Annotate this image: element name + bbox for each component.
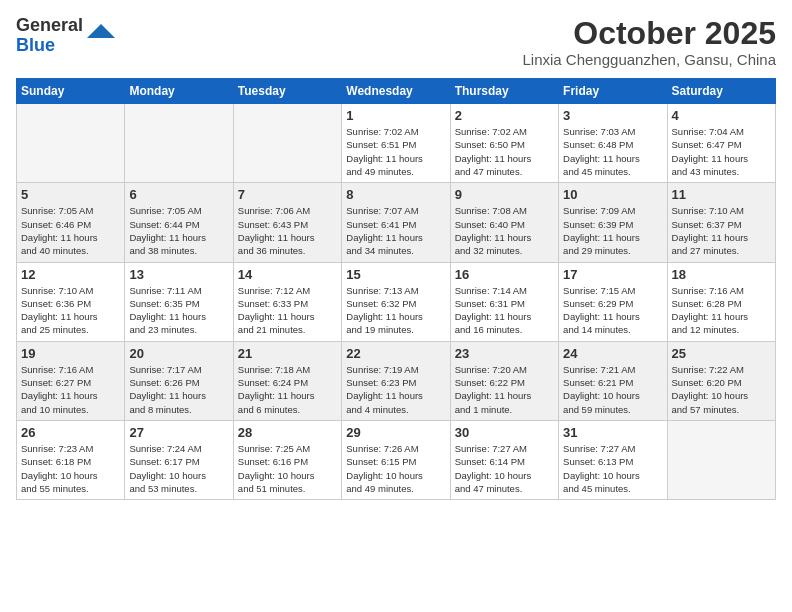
day-number: 18 <box>672 267 771 282</box>
calendar-cell: 7Sunrise: 7:06 AM Sunset: 6:43 PM Daylig… <box>233 183 341 262</box>
day-info: Sunrise: 7:11 AM Sunset: 6:35 PM Dayligh… <box>129 284 228 337</box>
calendar-cell: 14Sunrise: 7:12 AM Sunset: 6:33 PM Dayli… <box>233 262 341 341</box>
location: Linxia Chengguanzhen, Gansu, China <box>522 51 776 68</box>
day-number: 16 <box>455 267 554 282</box>
calendar-cell <box>667 420 775 499</box>
day-number: 26 <box>21 425 120 440</box>
calendar-week-row: 26Sunrise: 7:23 AM Sunset: 6:18 PM Dayli… <box>17 420 776 499</box>
day-info: Sunrise: 7:13 AM Sunset: 6:32 PM Dayligh… <box>346 284 445 337</box>
day-info: Sunrise: 7:05 AM Sunset: 6:44 PM Dayligh… <box>129 204 228 257</box>
day-number: 3 <box>563 108 662 123</box>
day-info: Sunrise: 7:08 AM Sunset: 6:40 PM Dayligh… <box>455 204 554 257</box>
weekday-header: Thursday <box>450 79 558 104</box>
day-info: Sunrise: 7:04 AM Sunset: 6:47 PM Dayligh… <box>672 125 771 178</box>
calendar-cell: 16Sunrise: 7:14 AM Sunset: 6:31 PM Dayli… <box>450 262 558 341</box>
calendar-week-row: 12Sunrise: 7:10 AM Sunset: 6:36 PM Dayli… <box>17 262 776 341</box>
calendar-cell <box>17 104 125 183</box>
calendar-cell: 18Sunrise: 7:16 AM Sunset: 6:28 PM Dayli… <box>667 262 775 341</box>
day-number: 1 <box>346 108 445 123</box>
day-info: Sunrise: 7:25 AM Sunset: 6:16 PM Dayligh… <box>238 442 337 495</box>
calendar-cell: 28Sunrise: 7:25 AM Sunset: 6:16 PM Dayli… <box>233 420 341 499</box>
calendar-cell: 23Sunrise: 7:20 AM Sunset: 6:22 PM Dayli… <box>450 341 558 420</box>
day-info: Sunrise: 7:18 AM Sunset: 6:24 PM Dayligh… <box>238 363 337 416</box>
day-number: 9 <box>455 187 554 202</box>
day-info: Sunrise: 7:22 AM Sunset: 6:20 PM Dayligh… <box>672 363 771 416</box>
calendar-week-row: 19Sunrise: 7:16 AM Sunset: 6:27 PM Dayli… <box>17 341 776 420</box>
calendar-cell: 8Sunrise: 7:07 AM Sunset: 6:41 PM Daylig… <box>342 183 450 262</box>
calendar-week-row: 5Sunrise: 7:05 AM Sunset: 6:46 PM Daylig… <box>17 183 776 262</box>
calendar-cell: 27Sunrise: 7:24 AM Sunset: 6:17 PM Dayli… <box>125 420 233 499</box>
page-header: General Blue October 2025 Linxia Chenggu… <box>16 16 776 68</box>
day-number: 22 <box>346 346 445 361</box>
calendar-cell: 12Sunrise: 7:10 AM Sunset: 6:36 PM Dayli… <box>17 262 125 341</box>
weekday-header: Saturday <box>667 79 775 104</box>
month-title: October 2025 <box>522 16 776 51</box>
svg-marker-0 <box>87 24 115 38</box>
weekday-header: Sunday <box>17 79 125 104</box>
day-info: Sunrise: 7:12 AM Sunset: 6:33 PM Dayligh… <box>238 284 337 337</box>
calendar-header-row: SundayMondayTuesdayWednesdayThursdayFrid… <box>17 79 776 104</box>
day-info: Sunrise: 7:17 AM Sunset: 6:26 PM Dayligh… <box>129 363 228 416</box>
day-number: 25 <box>672 346 771 361</box>
day-number: 2 <box>455 108 554 123</box>
calendar-cell: 31Sunrise: 7:27 AM Sunset: 6:13 PM Dayli… <box>559 420 667 499</box>
calendar-cell: 24Sunrise: 7:21 AM Sunset: 6:21 PM Dayli… <box>559 341 667 420</box>
day-number: 21 <box>238 346 337 361</box>
day-number: 14 <box>238 267 337 282</box>
day-info: Sunrise: 7:06 AM Sunset: 6:43 PM Dayligh… <box>238 204 337 257</box>
day-info: Sunrise: 7:24 AM Sunset: 6:17 PM Dayligh… <box>129 442 228 495</box>
day-number: 12 <box>21 267 120 282</box>
day-number: 23 <box>455 346 554 361</box>
day-number: 11 <box>672 187 771 202</box>
day-number: 4 <box>672 108 771 123</box>
calendar-cell: 26Sunrise: 7:23 AM Sunset: 6:18 PM Dayli… <box>17 420 125 499</box>
weekday-header: Wednesday <box>342 79 450 104</box>
day-info: Sunrise: 7:14 AM Sunset: 6:31 PM Dayligh… <box>455 284 554 337</box>
day-info: Sunrise: 7:16 AM Sunset: 6:27 PM Dayligh… <box>21 363 120 416</box>
day-number: 7 <box>238 187 337 202</box>
day-info: Sunrise: 7:03 AM Sunset: 6:48 PM Dayligh… <box>563 125 662 178</box>
weekday-header: Friday <box>559 79 667 104</box>
day-number: 10 <box>563 187 662 202</box>
calendar-cell: 4Sunrise: 7:04 AM Sunset: 6:47 PM Daylig… <box>667 104 775 183</box>
calendar-cell: 13Sunrise: 7:11 AM Sunset: 6:35 PM Dayli… <box>125 262 233 341</box>
day-number: 20 <box>129 346 228 361</box>
calendar-cell: 2Sunrise: 7:02 AM Sunset: 6:50 PM Daylig… <box>450 104 558 183</box>
calendar-cell <box>233 104 341 183</box>
day-number: 6 <box>129 187 228 202</box>
calendar-cell: 11Sunrise: 7:10 AM Sunset: 6:37 PM Dayli… <box>667 183 775 262</box>
day-number: 28 <box>238 425 337 440</box>
day-number: 29 <box>346 425 445 440</box>
day-info: Sunrise: 7:21 AM Sunset: 6:21 PM Dayligh… <box>563 363 662 416</box>
day-number: 31 <box>563 425 662 440</box>
calendar-cell: 5Sunrise: 7:05 AM Sunset: 6:46 PM Daylig… <box>17 183 125 262</box>
day-info: Sunrise: 7:20 AM Sunset: 6:22 PM Dayligh… <box>455 363 554 416</box>
day-number: 27 <box>129 425 228 440</box>
day-info: Sunrise: 7:19 AM Sunset: 6:23 PM Dayligh… <box>346 363 445 416</box>
day-number: 19 <box>21 346 120 361</box>
calendar-cell: 3Sunrise: 7:03 AM Sunset: 6:48 PM Daylig… <box>559 104 667 183</box>
logo-icon <box>87 24 115 38</box>
calendar-cell: 21Sunrise: 7:18 AM Sunset: 6:24 PM Dayli… <box>233 341 341 420</box>
calendar-cell: 6Sunrise: 7:05 AM Sunset: 6:44 PM Daylig… <box>125 183 233 262</box>
calendar-cell: 17Sunrise: 7:15 AM Sunset: 6:29 PM Dayli… <box>559 262 667 341</box>
day-number: 13 <box>129 267 228 282</box>
title-section: October 2025 Linxia Chengguanzhen, Gansu… <box>522 16 776 68</box>
day-info: Sunrise: 7:16 AM Sunset: 6:28 PM Dayligh… <box>672 284 771 337</box>
day-info: Sunrise: 7:23 AM Sunset: 6:18 PM Dayligh… <box>21 442 120 495</box>
calendar-cell: 30Sunrise: 7:27 AM Sunset: 6:14 PM Dayli… <box>450 420 558 499</box>
day-info: Sunrise: 7:07 AM Sunset: 6:41 PM Dayligh… <box>346 204 445 257</box>
calendar-cell: 1Sunrise: 7:02 AM Sunset: 6:51 PM Daylig… <box>342 104 450 183</box>
calendar-cell: 29Sunrise: 7:26 AM Sunset: 6:15 PM Dayli… <box>342 420 450 499</box>
day-number: 8 <box>346 187 445 202</box>
weekday-header: Tuesday <box>233 79 341 104</box>
day-info: Sunrise: 7:27 AM Sunset: 6:13 PM Dayligh… <box>563 442 662 495</box>
day-info: Sunrise: 7:27 AM Sunset: 6:14 PM Dayligh… <box>455 442 554 495</box>
day-number: 30 <box>455 425 554 440</box>
calendar-table: SundayMondayTuesdayWednesdayThursdayFrid… <box>16 78 776 500</box>
day-info: Sunrise: 7:09 AM Sunset: 6:39 PM Dayligh… <box>563 204 662 257</box>
logo-text: General Blue <box>16 16 83 56</box>
calendar-week-row: 1Sunrise: 7:02 AM Sunset: 6:51 PM Daylig… <box>17 104 776 183</box>
calendar-cell: 9Sunrise: 7:08 AM Sunset: 6:40 PM Daylig… <box>450 183 558 262</box>
day-info: Sunrise: 7:26 AM Sunset: 6:15 PM Dayligh… <box>346 442 445 495</box>
